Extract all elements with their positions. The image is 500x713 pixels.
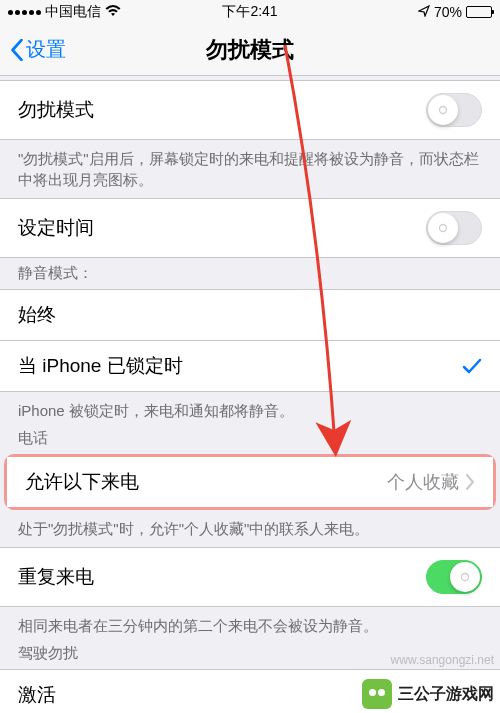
silence-header: 静音模式： (0, 258, 500, 289)
nav-bar: 设置 勿扰模式 (0, 24, 500, 76)
switch-knob (428, 213, 458, 243)
brand-text: 三公子游戏网 (398, 684, 494, 705)
chevron-right-icon (465, 474, 475, 490)
activate-label: 激活 (18, 682, 56, 708)
schedule-switch[interactable] (426, 211, 482, 245)
schedule-toggle-cell[interactable]: 设定时间 (0, 198, 500, 258)
footer-brand: 三公子游戏网 (356, 675, 500, 713)
dnd-toggle-label: 勿扰模式 (18, 97, 94, 123)
status-bar: 中国电信 下午2:41 70% (0, 0, 500, 24)
allow-calls-footer: 处于"勿扰模式"时，允许"个人收藏"中的联系人来电。 (0, 510, 500, 547)
switch-knob (428, 95, 458, 125)
allow-calls-cell[interactable]: 允许以下来电 个人收藏 (7, 457, 493, 507)
status-time: 下午2:41 (0, 3, 500, 21)
switch-knob (450, 562, 480, 592)
silence-always-label: 始终 (18, 302, 56, 328)
battery-icon (466, 6, 492, 18)
repeat-toggle-cell[interactable]: 重复来电 (0, 547, 500, 607)
silence-always-cell[interactable]: 始终 (0, 289, 500, 341)
brand-logo-icon (362, 679, 392, 709)
allow-calls-value: 个人收藏 (387, 470, 459, 494)
schedule-toggle-label: 设定时间 (18, 215, 94, 241)
dnd-switch[interactable] (426, 93, 482, 127)
silence-locked-label: 当 iPhone 已锁定时 (18, 353, 183, 379)
silence-footer: iPhone 被锁定时，来电和通知都将静音。 (0, 392, 500, 423)
phone-header: 电话 (0, 423, 500, 454)
svg-point-2 (462, 574, 469, 581)
repeat-toggle-label: 重复来电 (18, 564, 94, 590)
svg-point-0 (440, 107, 447, 114)
repeat-switch[interactable] (426, 560, 482, 594)
allow-calls-highlight: 允许以下来电 个人收藏 (4, 454, 496, 510)
check-icon (462, 358, 482, 374)
repeat-footer: 相同来电者在三分钟内的第二个来电不会被设为静音。 (0, 607, 500, 638)
page-title: 勿扰模式 (0, 35, 500, 65)
watermark: www.sangongzi.net (391, 653, 494, 667)
dnd-footer: "勿扰模式"启用后，屏幕锁定时的来电和提醒将被设为静音，而状态栏中将出现月亮图标… (0, 140, 500, 198)
silence-locked-cell[interactable]: 当 iPhone 已锁定时 (0, 341, 500, 392)
allow-calls-label: 允许以下来电 (25, 469, 139, 495)
svg-point-1 (440, 225, 447, 232)
dnd-toggle-cell[interactable]: 勿扰模式 (0, 80, 500, 140)
